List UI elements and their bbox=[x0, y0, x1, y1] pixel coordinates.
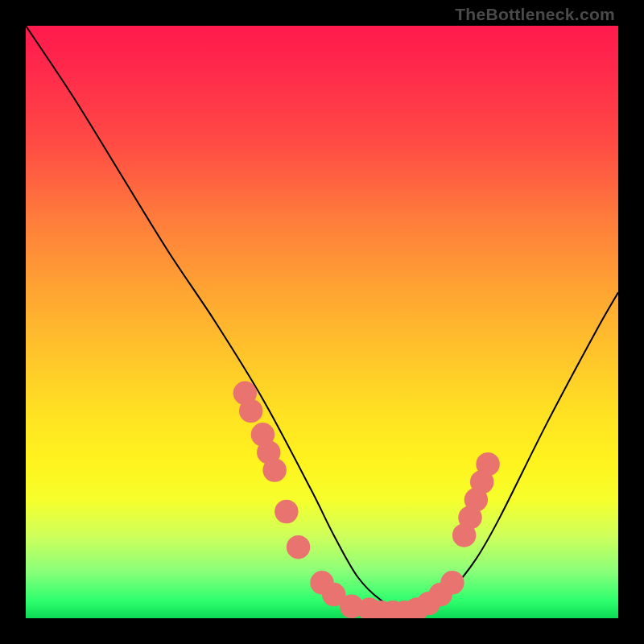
chart-container: TheBottleneck.com bbox=[0, 0, 644, 644]
marker-dot bbox=[275, 500, 298, 523]
marker-dot bbox=[440, 571, 464, 594]
marker-dot bbox=[262, 458, 286, 481]
plot-area bbox=[26, 26, 618, 618]
marker-dot bbox=[476, 452, 499, 476]
marker-dot bbox=[287, 535, 310, 559]
bottleneck-curve bbox=[26, 26, 618, 613]
curve-layer bbox=[26, 26, 618, 618]
marker-dot bbox=[239, 399, 262, 423]
watermark-text: TheBottleneck.com bbox=[455, 5, 615, 24]
